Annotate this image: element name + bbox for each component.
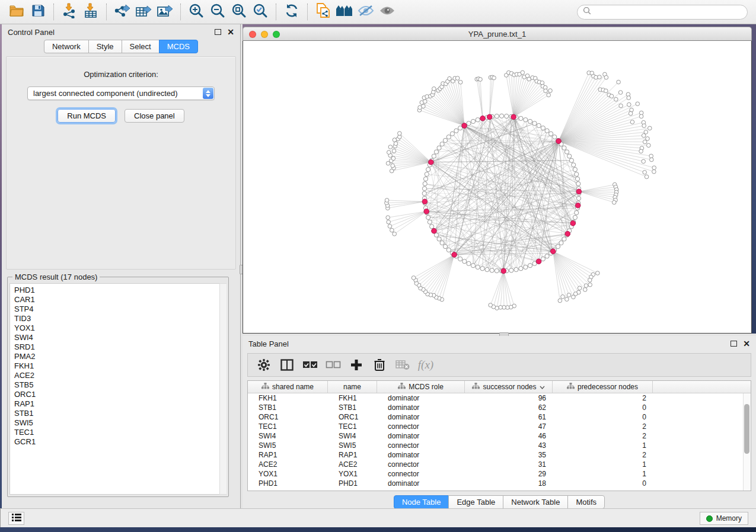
mcds-hub-node[interactable] xyxy=(452,252,457,258)
network-node[interactable] xyxy=(545,254,549,258)
table-scrollbar-thumb[interactable] xyxy=(744,404,749,454)
satellite-node[interactable] xyxy=(612,200,616,204)
mcds-hub-node[interactable] xyxy=(511,114,516,120)
table-settings-button[interactable] xyxy=(255,356,273,374)
satellite-node[interactable] xyxy=(387,220,391,224)
first-neighbors-button[interactable] xyxy=(334,2,355,21)
network-node[interactable] xyxy=(509,268,513,273)
network-node[interactable] xyxy=(567,154,572,158)
delete-table-button[interactable] xyxy=(394,356,412,374)
show-all-button[interactable] xyxy=(377,2,398,21)
satellite-node[interactable] xyxy=(458,80,462,84)
network-node[interactable] xyxy=(430,225,434,229)
satellite-node[interactable] xyxy=(398,132,402,136)
network-node[interactable] xyxy=(423,182,427,186)
network-node[interactable] xyxy=(426,215,430,219)
tab-select[interactable]: Select xyxy=(122,40,160,53)
table-row[interactable]: FKH1FKH1dominator962 xyxy=(248,393,751,403)
satellite-node[interactable] xyxy=(548,89,553,93)
mcds-result-item[interactable]: PMA2 xyxy=(14,352,226,361)
mcds-result-item[interactable]: TEC1 xyxy=(14,428,226,437)
mcds-hub-node[interactable] xyxy=(575,203,580,208)
column-header-name[interactable]: name xyxy=(328,381,377,393)
mcds-result-item[interactable]: STB1 xyxy=(14,409,226,418)
satellite-node[interactable] xyxy=(391,164,395,168)
satellite-node[interactable] xyxy=(455,76,460,81)
mcds-hub-node[interactable] xyxy=(565,231,570,236)
satellite-node[interactable] xyxy=(617,80,621,84)
satellite-node[interactable] xyxy=(645,175,649,179)
network-node[interactable] xyxy=(434,150,438,154)
mcds-result-item[interactable]: PHD1 xyxy=(14,286,226,295)
mcds-result-item[interactable]: ACE2 xyxy=(14,371,226,380)
network-node[interactable] xyxy=(440,142,444,146)
select-all-button[interactable] xyxy=(301,356,319,374)
network-node[interactable] xyxy=(446,248,451,252)
table-row[interactable]: SWI4SWI4dominator462 xyxy=(248,431,751,441)
memory-button[interactable]: Memory xyxy=(700,512,748,525)
column-header-predecessor-nodes[interactable]: predecessor nodes xyxy=(553,381,653,393)
mcds-result-item[interactable]: GCR1 xyxy=(14,437,226,447)
maximize-window-traffic-light[interactable] xyxy=(273,31,280,38)
satellite-node[interactable] xyxy=(627,96,631,100)
network-node[interactable] xyxy=(476,118,480,122)
table-row[interactable]: RAP1RAP1dominator352 xyxy=(248,450,751,460)
mcds-hub-node[interactable] xyxy=(429,159,434,165)
network-node[interactable] xyxy=(485,267,489,271)
tab-network-table[interactable]: Network Table xyxy=(503,495,568,509)
network-node[interactable] xyxy=(462,259,467,264)
network-node[interactable] xyxy=(576,182,580,186)
table-row[interactable]: TEC1TEC1connector472 xyxy=(248,422,751,431)
satellite-node[interactable] xyxy=(547,93,551,97)
network-node[interactable] xyxy=(426,167,430,171)
task-history-button[interactable] xyxy=(8,512,24,525)
satellite-node[interactable] xyxy=(652,169,656,174)
satellite-node[interactable] xyxy=(565,297,569,302)
satellite-node[interactable] xyxy=(639,114,643,118)
network-node[interactable] xyxy=(437,146,441,150)
column-header-successor-nodes[interactable]: successor nodes xyxy=(465,381,553,393)
mcds-result-item[interactable]: STB5 xyxy=(14,380,226,390)
network-node[interactable] xyxy=(575,177,579,181)
network-node[interactable] xyxy=(524,265,528,269)
satellite-node[interactable] xyxy=(393,232,397,236)
network-node[interactable] xyxy=(562,146,566,150)
mcds-list-scrollbar[interactable] xyxy=(219,283,227,495)
network-node[interactable] xyxy=(480,267,484,271)
minimize-window-traffic-light[interactable] xyxy=(261,31,268,38)
satellite-node[interactable] xyxy=(604,75,608,79)
mcds-result-item[interactable]: SWI4 xyxy=(14,333,226,342)
satellite-node[interactable] xyxy=(627,102,631,107)
network-node[interactable] xyxy=(556,244,560,248)
satellite-node[interactable] xyxy=(412,276,416,280)
network-node[interactable] xyxy=(467,121,471,126)
zoom-fit-button[interactable] xyxy=(228,2,250,21)
satellite-node[interactable] xyxy=(642,124,646,128)
network-canvas[interactable] xyxy=(243,41,752,334)
satellite-node[interactable] xyxy=(390,228,394,232)
export-table-button[interactable] xyxy=(133,2,154,21)
mcds-result-item[interactable]: STP4 xyxy=(14,305,226,314)
satellite-node[interactable] xyxy=(572,295,576,299)
close-panel-icon[interactable]: ✕ xyxy=(227,29,234,35)
network-node[interactable] xyxy=(569,158,573,162)
network-node[interactable] xyxy=(505,114,509,118)
satellite-node[interactable] xyxy=(646,143,650,148)
save-session-button[interactable] xyxy=(27,2,49,21)
table-row[interactable]: ACE2ACE2connector311 xyxy=(248,460,751,469)
network-node[interactable] xyxy=(549,132,553,136)
satellite-node[interactable] xyxy=(386,216,390,220)
float-window-icon[interactable] xyxy=(215,29,221,35)
satellite-node[interactable] xyxy=(544,89,548,93)
satellite-node[interactable] xyxy=(394,142,398,146)
network-node[interactable] xyxy=(576,196,580,200)
import-table-button[interactable] xyxy=(80,2,101,21)
satellite-node[interactable] xyxy=(646,137,650,141)
mcds-hub-node[interactable] xyxy=(432,228,437,233)
network-node[interactable] xyxy=(573,215,577,219)
criterion-select[interactable]: largest connected component (undirected) xyxy=(27,86,215,100)
network-node[interactable] xyxy=(440,241,444,245)
network-node[interactable] xyxy=(495,268,499,273)
satellite-node[interactable] xyxy=(643,140,647,144)
deselect-all-button[interactable] xyxy=(324,356,342,374)
